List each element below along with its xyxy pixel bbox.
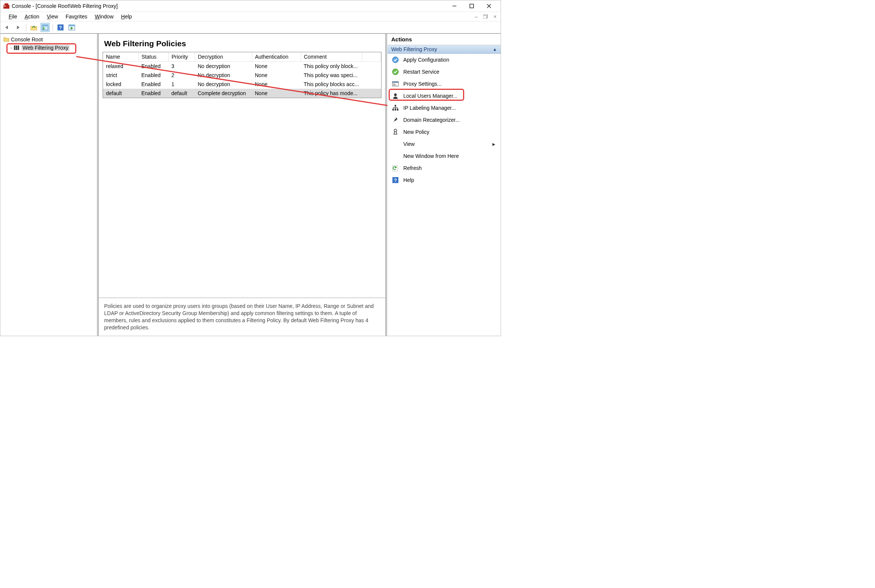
- cell-priority: 2: [168, 71, 195, 80]
- cell-name: strict: [103, 71, 138, 80]
- menu-action[interactable]: Action: [21, 13, 43, 20]
- svg-rect-32: [395, 109, 396, 111]
- table-row[interactable]: lockedEnabled1No decryptionNoneThis poli…: [103, 80, 381, 89]
- action-label: Help: [403, 177, 496, 183]
- action-new-policy[interactable]: New Policy: [388, 126, 501, 138]
- col-spacer: [362, 52, 381, 62]
- svg-rect-12: [31, 26, 37, 30]
- show-tree-button[interactable]: [41, 23, 50, 32]
- tree-root-label: Console Root: [11, 36, 43, 42]
- col-status[interactable]: Status: [138, 52, 168, 62]
- policies-table[interactable]: Name Status Priority Decryption Authenti…: [103, 52, 381, 98]
- svg-point-34: [394, 129, 397, 132]
- action-domain-recategorizer[interactable]: Domain Recategorizer...: [388, 114, 501, 126]
- child-restore[interactable]: [481, 12, 490, 21]
- cell-decryption: Complete decryption: [195, 89, 252, 98]
- svg-rect-27: [393, 83, 395, 84]
- action-label: Restart Service: [403, 69, 496, 75]
- cell-auth: None: [252, 71, 301, 80]
- svg-rect-2: [4, 6, 6, 6]
- forward-button[interactable]: [14, 23, 23, 32]
- action-new-window-from-here[interactable]: New Window from Here: [388, 150, 501, 162]
- svg-rect-14: [42, 25, 48, 26]
- action-label: Apply Configuration: [403, 57, 496, 63]
- cell-auth: None: [252, 89, 301, 98]
- actions-group-label: Web Filtering Proxy: [391, 46, 437, 52]
- actions-pane: Actions Web Filtering Proxy ▲ Apply Conf…: [387, 34, 501, 336]
- action-proxy-settings[interactable]: Proxy Settings...: [388, 78, 501, 90]
- menu-favorites[interactable]: Favorites: [62, 13, 91, 20]
- actions-header: Actions: [388, 34, 501, 45]
- tree-node-label: Web Filtering Proxy: [21, 45, 70, 51]
- col-decryption[interactable]: Decryption: [195, 52, 252, 62]
- cell-status: Enabled: [138, 71, 168, 80]
- action-ip-labeling-manager[interactable]: IP Labeling Manager...: [388, 102, 501, 114]
- action-view[interactable]: View: [388, 138, 501, 150]
- cell-priority: 3: [168, 62, 195, 71]
- col-auth[interactable]: Authentication: [252, 52, 301, 62]
- menu-window[interactable]: Window: [91, 13, 117, 20]
- action-label: Domain Recategorizer...: [403, 117, 496, 123]
- menu-file[interactable]: File: [5, 13, 21, 20]
- page-title: Web Filtering Policies: [99, 34, 385, 52]
- action-restart-service[interactable]: Restart Service: [388, 66, 501, 78]
- toolbar: ?: [0, 21, 501, 33]
- blank-icon: [392, 153, 399, 159]
- svg-rect-0: [3, 5, 9, 9]
- action-refresh[interactable]: Refresh: [388, 162, 501, 174]
- up-button[interactable]: [29, 23, 38, 32]
- run-button[interactable]: [67, 23, 76, 32]
- svg-text:?: ?: [59, 25, 62, 30]
- cell-auth: None: [252, 80, 301, 89]
- cell-decryption: No decryption: [195, 71, 252, 80]
- table-row[interactable]: defaultEnableddefaultComplete decryption…: [103, 89, 381, 98]
- svg-rect-1: [5, 3, 8, 5]
- tree-root[interactable]: Console Root: [0, 35, 97, 44]
- svg-rect-22: [18, 45, 19, 50]
- child-minimize[interactable]: –: [472, 12, 480, 21]
- action-apply-configuration[interactable]: Apply Configuration: [388, 54, 501, 66]
- svg-rect-31: [392, 109, 394, 111]
- cell-status: Enabled: [138, 80, 168, 89]
- minimize-button[interactable]: [446, 0, 463, 12]
- collapse-icon: ▲: [493, 47, 497, 52]
- svg-rect-19: [69, 25, 75, 26]
- menu-view[interactable]: View: [43, 13, 62, 20]
- svg-rect-20: [14, 45, 15, 50]
- cell-name: locked: [103, 80, 138, 89]
- action-label: IP Labeling Manager...: [403, 105, 496, 111]
- svg-rect-15: [43, 27, 44, 30]
- tree-pane: Console Root › Web Filtering Proxy: [0, 34, 97, 336]
- table-row[interactable]: strictEnabled2No decryptionNoneThis poli…: [103, 71, 381, 80]
- menubar: File Action View Favorites Window Help –…: [0, 12, 501, 21]
- child-close[interactable]: ×: [491, 12, 499, 21]
- back-button[interactable]: [3, 23, 12, 32]
- settings-icon: [392, 80, 399, 87]
- action-label: New Window from Here: [403, 153, 496, 159]
- tree-node-proxy[interactable]: › Web Filtering Proxy: [0, 44, 97, 52]
- table-row[interactable]: relaxedEnabled3No decryptionNoneThis pol…: [103, 62, 381, 71]
- cell-comment: This policy has mode...: [301, 89, 362, 98]
- action-local-users-manager[interactable]: Local Users Manager...: [388, 90, 501, 102]
- cell-priority: default: [168, 89, 195, 98]
- cell-status: Enabled: [138, 62, 168, 71]
- maximize-button[interactable]: [463, 0, 480, 12]
- col-name[interactable]: Name: [103, 52, 138, 62]
- user-icon: [392, 92, 399, 99]
- restart-icon: [392, 68, 399, 75]
- actions-group[interactable]: Web Filtering Proxy ▲: [388, 45, 501, 54]
- action-help[interactable]: ?Help: [388, 174, 501, 186]
- chevron-right-icon[interactable]: ›: [9, 45, 14, 50]
- window-title: Console - [Console Root\Web Filtering Pr…: [12, 3, 446, 9]
- menu-help[interactable]: Help: [117, 13, 136, 20]
- cell-decryption: No decryption: [195, 80, 252, 89]
- blank-icon: [392, 141, 399, 147]
- col-comment[interactable]: Comment: [301, 52, 362, 62]
- action-label: New Policy: [403, 129, 496, 135]
- close-button[interactable]: [480, 0, 498, 12]
- help-button[interactable]: ?: [56, 23, 65, 32]
- col-priority[interactable]: Priority: [168, 52, 195, 62]
- svg-rect-21: [16, 45, 17, 50]
- pin-icon: [392, 117, 399, 123]
- svg-rect-26: [392, 82, 398, 83]
